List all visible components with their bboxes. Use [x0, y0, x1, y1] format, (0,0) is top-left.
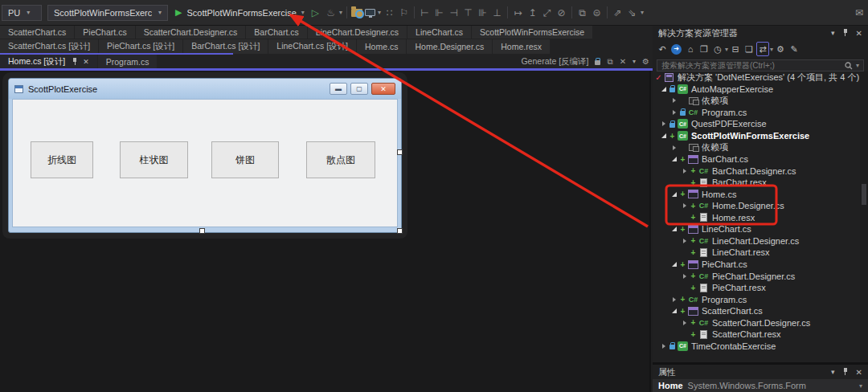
tab-piechart-cs[interactable]: PieChart.cs: [75, 26, 134, 39]
tree-item-linechart-cs[interactable]: +LineChart.cs: [653, 223, 860, 235]
tab-scatterchart-cs[interactable]: ScatterChart.cs: [0, 26, 74, 39]
chevron-down-icon[interactable]: ▾: [856, 62, 859, 69]
pin-icon[interactable]: [842, 29, 849, 37]
add-item-icon[interactable]: ✎: [788, 43, 800, 55]
device-preview-icon[interactable]: [365, 9, 375, 16]
expander-icon[interactable]: [659, 344, 668, 349]
form-button[interactable]: 饼图: [211, 141, 279, 178]
align-middles-icon[interactable]: ⊪: [477, 6, 489, 20]
align-bottoms-icon[interactable]: ⊥: [491, 6, 503, 20]
tab-linechart-cs-[interactable]: LineChart.cs [设计]: [268, 39, 356, 54]
chevron-down-icon[interactable]: ▾: [831, 29, 835, 37]
expander-icon[interactable]: [669, 262, 678, 267]
expander-icon[interactable]: [680, 321, 689, 325]
forward-icon[interactable]: ➜: [671, 44, 682, 55]
search-input[interactable]: [661, 61, 841, 70]
expander-icon[interactable]: [669, 145, 678, 150]
close-icon[interactable]: ✕: [83, 58, 89, 66]
align-rights-icon[interactable]: ⊣: [448, 6, 460, 20]
tab-home-designer-cs[interactable]: Home.Designer.cs: [407, 39, 492, 54]
close-icon[interactable]: ✕: [856, 368, 862, 377]
expander-icon[interactable]: [669, 297, 678, 302]
startup-project-combo[interactable]: ScottPlotWinFormsExercise ▾: [47, 5, 168, 21]
expander-icon[interactable]: [669, 308, 678, 313]
tree-item-home-designer-cs[interactable]: +C#Home.Designer.cs: [653, 200, 860, 212]
feedback-icon[interactable]: ✉: [855, 7, 863, 18]
tree-item-piechart-cs[interactable]: +PieChart.cs: [653, 259, 860, 271]
tree-item-scatterchart-designer-cs[interactable]: +C#ScatterChart.Designer.cs: [653, 316, 860, 329]
close-icon[interactable]: ✕: [856, 29, 862, 38]
tree-item-linechart-resx[interactable]: +LineChart.resx: [653, 247, 860, 259]
tab-program-cs[interactable]: Program.cs: [98, 55, 158, 69]
tree-item-program-cs[interactable]: C#Program.cs: [653, 107, 860, 119]
maximize-button[interactable]: ▢: [350, 83, 368, 95]
tab-barchart-cs-[interactable]: BarChart.cs [设计]: [183, 39, 268, 54]
designed-form[interactable]: ScottPlotExercise ▬ ▢ ✕ 折线图柱状图饼图散点图: [8, 78, 402, 233]
collapse-all-icon[interactable]: ⊟: [729, 43, 742, 55]
tab-piechart-cs-[interactable]: PieChart.cs [设计]: [99, 39, 182, 54]
expander-icon[interactable]: [680, 239, 689, 243]
tree-item-piechart-resx[interactable]: +PieChart.resx: [653, 282, 860, 294]
flag-icon[interactable]: ⚐: [398, 6, 410, 20]
send-to-back-icon[interactable]: ⇘: [626, 6, 638, 20]
tree-item-automapperexercise[interactable]: C#AutoMapperExercise: [653, 84, 860, 96]
expander-icon[interactable]: [659, 121, 668, 126]
tab-scatterchart-designer-cs[interactable]: ScatterChart.Designer.cs: [136, 26, 246, 39]
tree-item-barchart-cs[interactable]: +BarChart.cs: [653, 153, 860, 165]
tree-item-scatterchart-resx[interactable]: +ScatterChart.resx: [653, 329, 860, 341]
expander-icon[interactable]: [680, 274, 689, 279]
tab-home-designer[interactable]: Home.cs [设计] ✕: [0, 55, 97, 69]
resize-handle-corner[interactable]: [397, 228, 403, 234]
switch-views-icon[interactable]: ❐: [698, 43, 710, 55]
size-to-grid-icon[interactable]: ⊘: [555, 6, 567, 20]
same-size-icon[interactable]: ⤢: [541, 6, 553, 20]
tree-item-解决方案-dotnetexercises-4-个项目-共-4-个-[interactable]: ✓解决方案 'DotNetExercises' (4 个项目, 共 4 个): [653, 71, 860, 84]
expander-icon[interactable]: [680, 203, 689, 208]
gear-icon[interactable]: ⚙: [642, 57, 649, 66]
tree-item-scottplotwinformsexercise[interactable]: +C#ScottPlotWinFormsExercise: [653, 130, 860, 142]
tree-item-timecrontabexercise[interactable]: C#TimeCrontabExercise: [653, 341, 860, 353]
align-centers-icon[interactable]: ⊩: [433, 6, 445, 20]
expander-icon[interactable]: [669, 157, 678, 161]
expander-icon[interactable]: [669, 227, 678, 231]
tab-linechart-designer-cs[interactable]: LineChart.Designer.cs: [308, 26, 407, 39]
minimize-button[interactable]: ▬: [330, 83, 347, 95]
tab-linechart-cs[interactable]: LineChart.cs: [407, 26, 471, 39]
expander-icon[interactable]: [669, 98, 678, 103]
hot-reload-icon[interactable]: ♨: [325, 6, 337, 20]
tree-item-home-resx[interactable]: +Home.resx: [653, 212, 860, 224]
close-icon[interactable]: ✕: [620, 57, 626, 66]
pin-icon[interactable]: [842, 368, 849, 376]
home-icon[interactable]: ⌂: [684, 43, 697, 55]
resize-handle-right[interactable]: [397, 149, 403, 155]
tree-item-home-cs[interactable]: +Home.cs: [653, 188, 860, 200]
sync-with-active-document-icon[interactable]: ⇄: [756, 42, 769, 56]
resize-handle-bottom[interactable]: [199, 228, 205, 234]
vertical-spacing-icon[interactable]: ⊜: [591, 6, 603, 20]
tree-item-barchart-resx[interactable]: +BarChart.resx: [653, 177, 860, 189]
scrollbar[interactable]: [860, 71, 868, 362]
start-without-debugging-icon[interactable]: ▷: [312, 7, 319, 18]
same-height-icon[interactable]: ↥: [526, 6, 538, 20]
scrollbar-thumb[interactable]: [862, 184, 866, 205]
tab-scatterchart-cs-[interactable]: ScatterChart.cs [设计]: [0, 39, 98, 54]
form-button[interactable]: 柱状图: [120, 141, 188, 178]
chevron-down-icon[interactable]: ▾: [633, 58, 636, 65]
tree-item-program-cs[interactable]: +C#Program.cs: [653, 293, 860, 305]
scope-to-this-icon[interactable]: ❏: [743, 43, 755, 55]
bring-to-front-icon[interactable]: ⇗: [612, 6, 624, 20]
platform-combo[interactable]: PU ▾: [2, 5, 42, 21]
back-icon[interactable]: ↶: [656, 43, 669, 55]
expander-icon[interactable]: [659, 133, 668, 138]
search-box[interactable]: ▾: [657, 59, 864, 71]
chevron-down-icon[interactable]: ▾: [831, 368, 835, 376]
pin-icon[interactable]: [72, 58, 78, 66]
grid-dots-icon[interactable]: ∷: [383, 6, 395, 20]
same-width-icon[interactable]: ↦: [512, 6, 524, 20]
tab-scottplotwinformsexercise[interactable]: ScottPlotWinFormsExercise: [472, 26, 592, 39]
tab-home-cs[interactable]: Home.cs: [357, 39, 406, 54]
tab-home-resx[interactable]: Home.resx: [493, 39, 550, 54]
tree-item-barchart-designer-cs[interactable]: +C#BarChart.Designer.cs: [653, 165, 860, 177]
expander-icon[interactable]: [680, 169, 689, 174]
tree-item-scatterchart-cs[interactable]: +ScatterChart.cs: [653, 305, 860, 317]
